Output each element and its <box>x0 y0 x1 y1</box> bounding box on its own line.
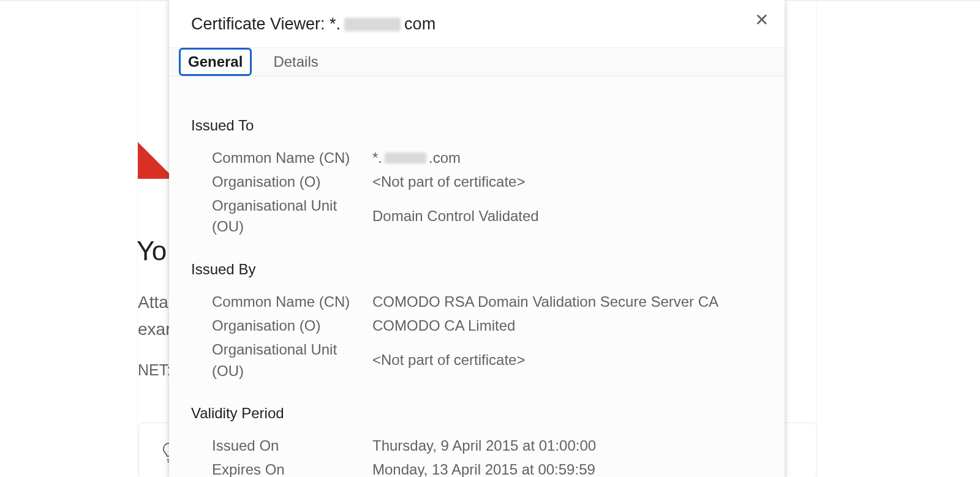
tab-general[interactable]: General <box>179 48 252 76</box>
issued-by-cn-value: COMODO RSA Domain Validation Secure Serv… <box>372 291 718 313</box>
cn-prefix: *. <box>372 148 382 169</box>
issued-to-o-label: Organisation (O) <box>191 171 372 193</box>
close-icon: ✕ <box>755 10 769 30</box>
issued-to-ou-label: Organisational Unit (OU) <box>191 195 372 238</box>
certificate-viewer-modal: Certificate Viewer: *. com ✕ General Det… <box>169 0 785 477</box>
issued-on-label: Issued On <box>191 435 372 457</box>
redacted-cn-domain <box>385 152 426 163</box>
issued-to-cn-row: Common Name (CN) *. .com <box>191 148 785 169</box>
tab-strip: General Details <box>169 47 785 77</box>
issued-to-ou-value: Domain Control Validated <box>372 195 539 238</box>
issued-by-ou-row: Organisational Unit (OU) <Not part of ce… <box>191 339 785 382</box>
expires-on-label: Expires On <box>191 459 372 477</box>
issued-to-cn-label: Common Name (CN) <box>191 148 372 169</box>
background-text-line1: Atta <box>138 293 168 312</box>
issued-to-o-row: Organisation (O) <Not part of certificat… <box>191 171 785 193</box>
issued-by-o-value: COMODO CA Limited <box>372 315 515 337</box>
background-error-code: NET: <box>138 361 171 379</box>
tab-details[interactable]: Details <box>264 48 327 76</box>
issued-by-cn-row: Common Name (CN) COMODO RSA Domain Valid… <box>191 291 785 313</box>
validity-heading: Validity Period <box>191 405 785 422</box>
issued-by-o-label: Organisation (O) <box>191 315 372 337</box>
issued-to-cn-value: *. .com <box>372 148 461 169</box>
title-suffix: com <box>404 15 435 34</box>
issued-by-cn-label: Common Name (CN) <box>191 291 372 313</box>
background-text-line2: exar <box>138 320 171 339</box>
issued-on-row: Issued On Thursday, 9 April 2015 at 01:0… <box>191 435 785 457</box>
issued-by-ou-value: <Not part of certificate> <box>372 339 525 382</box>
issued-by-heading: Issued By <box>191 261 785 278</box>
cn-suffix: .com <box>429 148 461 169</box>
issued-by-ou-label: Organisational Unit (OU) <box>191 339 372 382</box>
modal-title: Certificate Viewer: *. com <box>191 15 770 34</box>
title-prefix: Certificate Viewer: *. <box>191 15 341 34</box>
close-button[interactable]: ✕ <box>748 6 775 33</box>
issued-by-o-row: Organisation (O) COMODO CA Limited <box>191 315 785 337</box>
redacted-domain <box>344 18 401 31</box>
expires-on-value: Monday, 13 April 2015 at 00:59:59 <box>372 459 595 477</box>
issued-to-ou-row: Organisational Unit (OU) Domain Control … <box>191 195 785 238</box>
background-heading: Yo <box>137 236 167 266</box>
general-panel: Issued To Common Name (CN) *. .com Organ… <box>169 77 785 477</box>
issued-to-o-value: <Not part of certificate> <box>372 171 525 193</box>
issued-on-value: Thursday, 9 April 2015 at 01:00:00 <box>372 435 596 457</box>
issued-to-heading: Issued To <box>191 117 785 134</box>
modal-header: Certificate Viewer: *. com ✕ <box>169 0 785 47</box>
expires-on-row: Expires On Monday, 13 April 2015 at 00:5… <box>191 459 785 477</box>
